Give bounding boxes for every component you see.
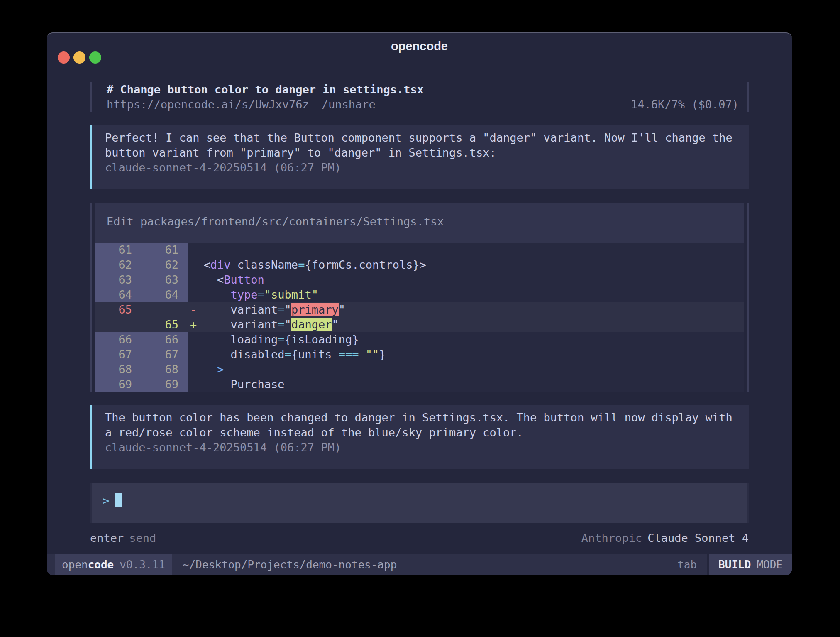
diff-code-line: loading={isLoading} [188,332,744,347]
diff-view: 61616262 <div className={formCs.controls… [95,243,744,392]
message-model-timestamp: claude-sonnet-4-20250514 (06:27 PM) [105,160,739,175]
card-left-rule [90,203,92,392]
old-line-number: 66 [95,332,141,347]
message-text: The button color has been changed to dan… [105,410,739,425]
old-line-number: 62 [95,257,141,272]
new-line-number: 61 [141,243,188,257]
app-version: v0.3.11 [120,559,165,571]
session-view: # Change button color to danger in setti… [47,82,792,554]
mode-value: BUILD [718,559,751,571]
new-line-number: 67 [141,347,188,362]
diff-row: 6969 Purchase [95,377,744,392]
send-action-label: send [129,532,156,544]
diff-row: 6868 > [95,362,744,377]
assistant-message: The button color has been changed to dan… [90,405,749,469]
old-line-number: 67 [95,347,141,362]
status-spacer [397,554,677,575]
diff-row: 6161 [95,243,744,257]
old-line-number: 69 [95,377,141,392]
window-title: opencode [47,39,792,53]
diff-code-line: > [188,362,744,377]
mode-label: MODE [757,559,783,571]
prompt-symbol: > [103,494,109,507]
diff-code-line [188,243,744,257]
old-line-number: 63 [95,272,141,287]
unshare-command[interactable]: /unshare [322,97,376,112]
app-name-open: open [62,559,88,571]
close-button[interactable] [58,51,70,64]
card-right-rule [747,203,749,392]
edit-file-header: Editpackages/frontend/src/containers/Set… [95,203,744,243]
desktop: opencode # Change button color to danger… [0,0,840,637]
maximize-button[interactable] [89,51,101,64]
app-name-code: code [88,559,114,571]
model-provider: Anthropic [581,532,642,544]
traffic-lights [58,51,101,64]
diff-code-line: type="submit" [188,287,744,302]
diff-code-line: disabled={units === ""} [188,347,744,362]
message-model-timestamp: claude-sonnet-4-20250514 (06:27 PM) [105,440,739,455]
diff-row: 6464 type="submit" [95,287,744,302]
diff-row: 65- variant="primary" [95,302,744,317]
header-right-rule [747,82,749,112]
input-right-rule [747,483,749,523]
share-url[interactable]: https://opencode.ai/s/UwJxv76z [107,97,309,112]
old-line-number: 64 [95,287,141,302]
text-cursor [115,493,122,507]
mode-indicator: BUILDMODE [707,554,792,575]
tool-action-label: Edit [107,215,134,228]
working-directory: ~/Desktop/Projects/demo-notes-app [183,554,397,575]
new-line-number: 69 [141,377,188,392]
diff-code-line: + variant="danger" [188,317,744,332]
tab-key-hint: tab [677,554,697,575]
header-left-rule [90,82,92,112]
model-name: Claude Sonnet 4 [647,532,749,544]
token-usage-stats: 14.6K/7% ($0.07) [631,97,739,112]
diff-row: 65+ variant="danger" [95,317,744,332]
message-text: Perfect! I can see that the Button compo… [105,130,739,145]
edited-file-path: packages/frontend/src/containers/Setting… [140,215,444,228]
diff-code-line: <div className={formCs.controls}> [188,257,744,272]
diff-code-line: - variant="primary" [188,302,744,317]
diff-code-line: <Button [188,272,744,287]
edit-tool-card: Editpackages/frontend/src/containers/Set… [90,203,749,392]
new-line-number: 65 [141,317,188,332]
prompt-input-block: > [90,483,749,523]
prompt-input[interactable]: > [92,483,747,523]
diff-row: 6767 disabled={units === ""} [95,347,744,362]
new-line-number: 62 [141,257,188,272]
status-bar: opencodev0.3.11 ~/Desktop/Projects/demo-… [47,554,792,575]
new-line-number: 66 [141,332,188,347]
diff-row: 6262 <div className={formCs.controls}> [95,257,744,272]
header-spacer [376,97,631,112]
old-line-number: 68 [95,362,141,377]
hint-row: entersend AnthropicClaude Sonnet 4 [90,531,749,546]
old-line-number: 65 [95,302,141,317]
session-header: # Change button color to danger in setti… [90,82,749,112]
session-title: # Change button color to danger in setti… [107,82,739,97]
new-line-number [141,302,188,317]
enter-key-hint: enter [90,532,124,544]
new-line-number: 63 [141,272,188,287]
assistant-message: Perfect! I can see that the Button compo… [90,125,749,189]
new-line-number: 68 [141,362,188,377]
new-line-number: 64 [141,287,188,302]
app-version-chip: opencodev0.3.11 [55,554,172,575]
diff-row: 6666 loading={isLoading} [95,332,744,347]
old-line-number [95,317,141,332]
message-text: a red/rose color scheme instead of the b… [105,425,739,440]
diff-code-line: Purchase [188,377,744,392]
message-text: button variant from "primary" to "danger… [105,145,739,160]
old-line-number: 61 [95,243,141,257]
opencode-window: opencode # Change button color to danger… [47,32,792,575]
diff-row: 6363 <Button [95,272,744,287]
titlebar: opencode [47,33,792,82]
minimize-button[interactable] [73,51,85,64]
